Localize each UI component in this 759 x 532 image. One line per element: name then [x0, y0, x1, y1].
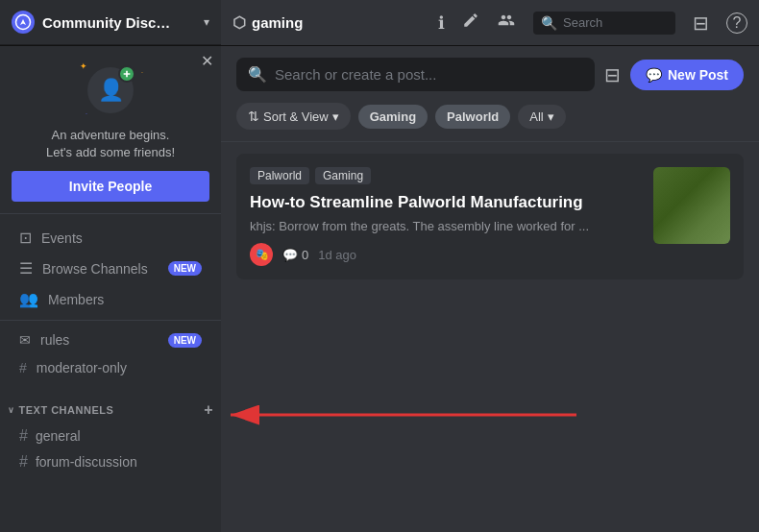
moderator-label: moderator-only: [37, 360, 127, 375]
comment-count: 0: [302, 248, 308, 262]
members-nav-icon: 👥: [19, 290, 38, 308]
filter-row: ⇅ Sort & View ▾ Gaming Palworld All ▾: [236, 103, 744, 130]
main-content: ✕ ✦ · · 👤 An adventure begins. Let's add…: [0, 46, 759, 532]
sidebar: ✕ ✦ · · 👤 An adventure begins. Let's add…: [0, 46, 221, 532]
sidebar-item-browse-channels[interactable]: ☰ Browse Channels NEW: [8, 254, 213, 283]
post-tag-gaming: Gaming: [315, 167, 371, 184]
forum-discussion-label: forum-discussion: [36, 454, 137, 470]
forum-discussion-hash-icon: #: [19, 453, 28, 471]
sparkle-icon-2: ·: [141, 69, 143, 76]
forum-search-icon: 🔍: [248, 65, 267, 84]
channel-name-text: gaming: [252, 14, 303, 31]
moderator-icon: #: [19, 360, 27, 375]
sort-view-button[interactable]: ⇅ Sort & View ▾: [236, 103, 351, 130]
rules-label: rules: [40, 332, 69, 348]
tag-all-button[interactable]: All ▾: [518, 105, 565, 129]
post-tags: Palworld Gaming: [250, 167, 640, 184]
post-excerpt: khjs: Borrow from the greats. The assemb…: [250, 219, 640, 233]
post-comments: 💬 0: [282, 248, 308, 262]
events-label: Events: [41, 230, 83, 246]
forum-area: 🔍 Search or create a post... ⊟ 💬 New Pos…: [221, 46, 759, 532]
forum-search-placeholder: Search or create a post...: [275, 66, 436, 83]
members-label: Members: [48, 292, 104, 307]
sidebar-nav: ⊡ Events ☰ Browse Channels NEW 👥 Members…: [0, 214, 221, 390]
sidebar-item-rules[interactable]: ✉ rules NEW: [8, 326, 213, 353]
add-channel-button[interactable]: +: [204, 401, 213, 419]
sort-icon: ⇅: [248, 109, 259, 124]
help-icon[interactable]: ?: [726, 12, 747, 34]
channel-icon: ⬡: [233, 13, 246, 32]
events-icon: ⊡: [19, 229, 32, 247]
sparkle-icon-1: ✦: [80, 61, 87, 71]
tag-gaming-button[interactable]: Gaming: [358, 105, 428, 129]
forum-inbox-icon[interactable]: ⊟: [604, 63, 621, 86]
server-chevron-icon: ▾: [204, 15, 209, 29]
thumbnail-image: [653, 167, 730, 244]
forum-search[interactable]: 🔍 Search or create a post...: [236, 58, 595, 91]
server-name-text: Community Discord Ser: [42, 14, 177, 31]
post-meta: 🎭 💬 0 1d ago: [250, 243, 640, 266]
new-post-icon: 💬: [646, 67, 662, 83]
sidebar-item-members[interactable]: 👥 Members: [8, 284, 213, 314]
top-bar: Community Discord Ser ▾ ⬡ gaming ℹ 🔍 Sea…: [0, 0, 759, 46]
post-card[interactable]: Palworld Gaming How-to Streamline Palwor…: [236, 154, 744, 279]
general-hash-icon: #: [19, 427, 28, 445]
tag-palworld-button[interactable]: Palworld: [435, 105, 510, 129]
browse-channels-label: Browse Channels: [42, 261, 148, 277]
forum-top: 🔍 Search or create a post... ⊟ 💬 New Pos…: [221, 46, 759, 142]
search-create-row: 🔍 Search or create a post... ⊟ 💬 New Pos…: [236, 58, 744, 91]
general-label: general: [36, 428, 81, 444]
browse-channels-badge: NEW: [168, 261, 202, 276]
new-post-label: New Post: [668, 67, 728, 83]
avatar-area: ✦ · · 👤: [12, 61, 209, 119]
invite-people-button[interactable]: Invite People: [12, 171, 209, 202]
rules-badge: NEW: [168, 333, 202, 348]
sort-chevron-icon: ▾: [332, 109, 339, 124]
post-author-avatar: 🎭: [250, 243, 273, 266]
edit-icon[interactable]: [462, 12, 479, 34]
sidebar-item-events[interactable]: ⊡ Events: [8, 223, 213, 253]
sidebar-item-moderator-only[interactable]: # moderator-only: [8, 354, 213, 381]
section-label: TEXT CHANNELS: [19, 404, 114, 416]
search-box[interactable]: 🔍 Search: [533, 12, 675, 35]
new-post-button[interactable]: 💬 New Post: [630, 60, 744, 90]
all-chevron-icon: ▾: [548, 109, 554, 124]
info-icon[interactable]: ℹ: [438, 12, 445, 34]
avatar-container: ✦ · · 👤: [87, 67, 134, 113]
channel-header: ⬡ gaming ℹ 🔍 Search ⊟ ?: [221, 0, 759, 45]
post-content: Palworld Gaming How-to Streamline Palwor…: [250, 167, 640, 266]
user-card: ✕ ✦ · · 👤 An adventure begins. Let's add…: [0, 46, 221, 214]
forum-posts: Palworld Gaming How-to Streamline Palwor…: [221, 142, 759, 532]
members-icon[interactable]: [497, 12, 516, 34]
sidebar-item-general[interactable]: # general: [8, 423, 213, 448]
post-time: 1d ago: [318, 248, 356, 262]
sidebar-item-forum-discussion[interactable]: # forum-discussion: [8, 449, 213, 474]
channel-name: ⬡ gaming: [233, 13, 303, 32]
comment-icon: 💬: [282, 248, 298, 262]
server-name-area[interactable]: Community Discord Ser ▾: [0, 0, 221, 45]
post-thumbnail: [653, 167, 730, 244]
post-tag-palworld: Palworld: [250, 167, 309, 184]
inbox-icon[interactable]: ⊟: [693, 12, 709, 35]
section-collapse-icon: ∨: [8, 405, 15, 415]
search-icon: 🔍: [541, 15, 557, 31]
search-placeholder: Search: [563, 15, 602, 30]
server-icon: [12, 11, 35, 34]
browse-channels-icon: ☰: [19, 259, 33, 278]
post-title: How-to Streamline Palworld Manufacturing: [250, 192, 640, 213]
user-tagline: An adventure begins. Let's add some frie…: [12, 127, 209, 161]
text-channels-section: ∨ TEXT CHANNELS + # general # forum-disc…: [0, 390, 221, 475]
rules-icon: ✉: [19, 332, 31, 348]
header-icons: ℹ 🔍 Search ⊟ ?: [438, 12, 747, 35]
avatar-badge: [118, 65, 135, 83]
text-channels-header[interactable]: ∨ TEXT CHANNELS +: [0, 390, 221, 423]
sort-view-label: Sort & View: [263, 109, 329, 124]
sparkle-icon-3: ·: [86, 110, 87, 117]
all-label: All: [529, 109, 543, 124]
